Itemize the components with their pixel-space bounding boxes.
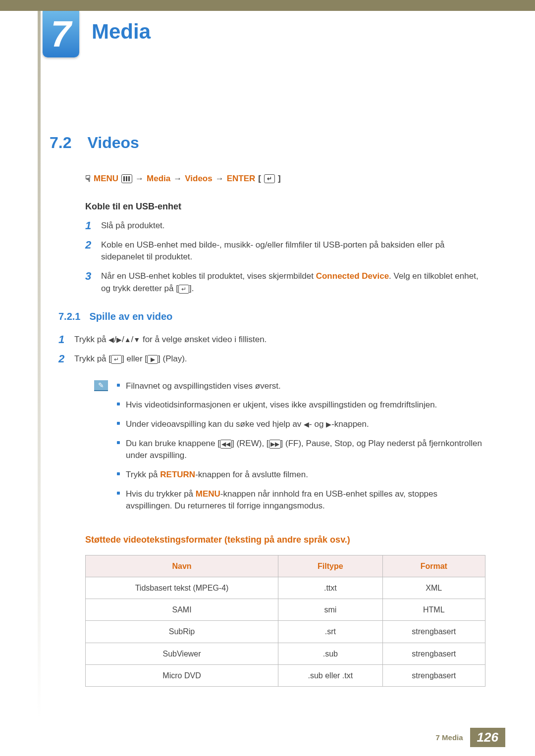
table-row: Tidsbasert tekst (MPEG-4).ttxtXML (86, 577, 485, 599)
page-footer: 7 Media 126 (436, 728, 505, 747)
cell: .srt (278, 621, 383, 643)
up-arrow-icon: ▲ (124, 335, 131, 345)
step-number: 2 (58, 353, 67, 365)
text: ] (Play). (158, 354, 187, 363)
list-item: 1 Slå på produktet. (85, 220, 485, 232)
nav-enter: ENTER (227, 173, 256, 185)
cell: .sub (278, 643, 383, 664)
step-text: Trykk på ◀/▶/▲/▼ for å velge ønsket vide… (74, 334, 485, 346)
text: ] (REW), [ (232, 439, 269, 448)
bullet-item: Filnavnet og avspillingstiden vises øver… (117, 380, 485, 393)
bullet-item: Under videoavspilling kan du søke ved hj… (117, 418, 485, 431)
table-title: Støttede videotekstingsformater (tekstin… (85, 533, 485, 546)
table-row: Micro DVD.sub eller .txtstrengbasert (86, 664, 485, 686)
step-text: Når en USB-enhet kobles til produktet, v… (101, 270, 485, 295)
fast-forward-icon: ▶▶ (269, 440, 281, 449)
text: - og (309, 419, 326, 429)
text: -knappen for å avslutte filmen. (195, 470, 308, 479)
hand-icon: ☟ (85, 172, 91, 185)
usb-steps: 1 Slå på produktet. 2 Koble en USB-enhet… (85, 220, 485, 295)
top-bar (0, 0, 535, 11)
text: Under videoavspilling kan du søke ved hj… (126, 419, 304, 429)
cell: smi (278, 599, 383, 621)
text: Når en USB-enhet kobles til produktet, v… (101, 271, 316, 281)
svg-rect-0 (123, 176, 125, 181)
usb-heading: Koble til en USB-enhet (85, 200, 485, 213)
step-number: 2 (85, 239, 94, 263)
rewind-icon: ◀◀ (220, 440, 232, 449)
section-title: Videos (87, 134, 139, 152)
subtitle-formats-table: Navn Filtype Format Tidsbasert tekst (MP… (85, 555, 485, 687)
menu-path: ☟ MENU → Media → Videos → ENTER [↵] (85, 172, 485, 185)
subsection-number: 7.2.1 (58, 309, 80, 324)
col-header: Filtype (278, 555, 383, 577)
cell: strengbasert (382, 621, 485, 643)
cell: strengbasert (382, 643, 485, 664)
chapter-badge: 7 (43, 11, 79, 57)
right-arrow-icon: ▶ (116, 335, 122, 345)
page: 7 Media 7.2 Videos ☟ MENU → Media → Vide… (0, 0, 535, 756)
down-arrow-icon: ▼ (133, 335, 140, 345)
cell: HTML (382, 599, 485, 621)
step-text: Trykk på [↵] eller [▶] (Play). (74, 353, 485, 365)
nav-media: Media (147, 173, 170, 185)
highlight: MENU (196, 489, 220, 499)
cell: SubViewer (86, 643, 278, 664)
play-steps: 1 Trykk på ◀/▶/▲/▼ for å velge ønsket vi… (58, 334, 485, 365)
menu-grid-icon (121, 174, 132, 183)
cell: .sub eller .txt (278, 664, 383, 686)
left-arrow-icon: ◀ (304, 419, 309, 429)
highlight: Connected Device (316, 271, 389, 281)
page-number: 126 (470, 728, 505, 747)
bullet-item: Du kan bruke knappene [◀◀] (REW), [▶▶] (… (117, 438, 485, 462)
content-area: ☟ MENU → Media → Videos → ENTER [↵] Kobl… (85, 172, 485, 687)
cell: .ttxt (278, 577, 383, 599)
bullet-item: Trykk på RETURN-knappen for å avslutte f… (117, 469, 485, 481)
section-number: 7.2 (50, 134, 71, 152)
cell: SubRip (86, 621, 278, 643)
left-arrow-icon: ◀ (108, 335, 114, 345)
text: Trykk på [ (74, 354, 111, 363)
col-header: Format (382, 555, 485, 577)
list-item: 2 Trykk på [↵] eller [▶] (Play). (58, 353, 485, 365)
right-arrow-icon: ▶ (326, 419, 331, 429)
text: Trykk på (126, 470, 160, 479)
step-number: 3 (85, 270, 94, 295)
text: for å velge ønsket video i fillisten. (140, 335, 267, 344)
enter-icon: ↵ (264, 174, 275, 183)
step-text: Slå på produktet. (101, 220, 485, 232)
bullet-item: Hvis videotidsinformasjonen er ukjent, v… (117, 399, 485, 411)
cell: Micro DVD (86, 664, 278, 686)
cell: Tidsbasert tekst (MPEG-4) (86, 577, 278, 599)
cell: strengbasert (382, 664, 485, 686)
chapter-title: Media (92, 20, 151, 44)
table-row: SubRip.srtstrengbasert (86, 621, 485, 643)
text: Hvis du trykker på (126, 489, 196, 499)
list-item: 2 Koble en USB-enhet med bilde-, musikk-… (85, 239, 485, 263)
svg-rect-1 (126, 176, 127, 181)
step-number: 1 (58, 334, 67, 346)
step-text: Koble en USB-enhet med bilde-, musikk- o… (101, 239, 485, 263)
nav-menu: MENU (94, 173, 118, 185)
step-number: 1 (85, 220, 94, 232)
enter-icon: ↵ (178, 285, 189, 294)
note-bullets: Filnavnet og avspillingstiden vises øver… (117, 380, 485, 519)
cell: XML (382, 577, 485, 599)
enter-icon: ↵ (111, 355, 122, 364)
play-icon: ▶ (147, 355, 158, 364)
cell: SAMI (86, 599, 278, 621)
highlight: RETURN (160, 470, 195, 479)
table-row: SubViewer.substrengbasert (86, 643, 485, 664)
text: ] eller [ (122, 354, 147, 363)
text: -knappen. (331, 419, 369, 429)
footer-label: 7 Media (436, 733, 463, 742)
text: Trykk på (74, 335, 108, 344)
bullet-item: Hvis du trykker på MENU-knappen når innh… (117, 488, 485, 512)
left-stripe (38, 11, 41, 719)
text: ]. (189, 284, 194, 293)
section-heading: 7.2 Videos (50, 134, 505, 152)
table-header-row: Navn Filtype Format (86, 555, 485, 577)
table-row: SAMIsmiHTML (86, 599, 485, 621)
text: Du kan bruke knappene [ (126, 439, 220, 448)
svg-rect-2 (128, 176, 130, 181)
